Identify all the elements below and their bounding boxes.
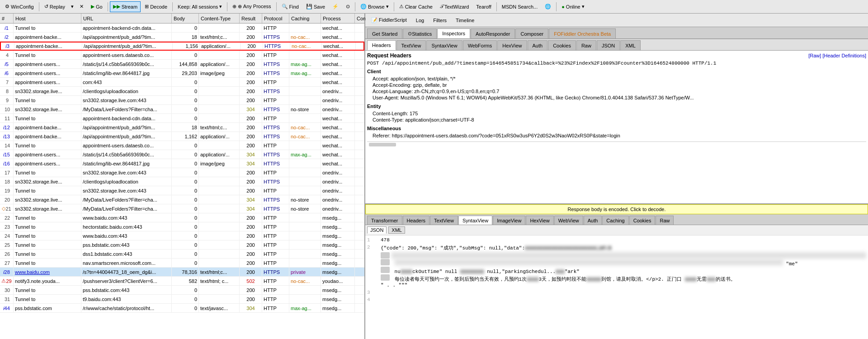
json-tab[interactable]: JSON [367, 226, 387, 234]
lightning-button[interactable]: ⚡ [329, 1, 342, 12]
xml-tab[interactable]: XML [388, 226, 405, 234]
col-header-url[interactable]: URL [81, 14, 172, 23]
session-row[interactable]: 20 sn3302.storage.live... /MyData/LiveFo… [0, 195, 364, 204]
session-row[interactable]: i 3 appointment-backe... /api/appointmen… [0, 42, 364, 51]
session-row[interactable]: i 15 appointment-users... /static/js/14.… [0, 150, 364, 159]
session-row[interactable]: 24 Tunnel to www.baidu.com:443 0 200 HTT… [0, 231, 364, 240]
session-row[interactable]: 4 Tunnel to appointment-users.dataesb.co… [0, 51, 364, 60]
replay-dropdown-button[interactable]: ▾ [69, 1, 75, 12]
col-header-result[interactable]: Result [240, 14, 262, 23]
tab-xml[interactable]: XML [620, 40, 641, 50]
msdn-search-button[interactable]: MSDN Search... [499, 1, 541, 12]
session-row[interactable]: 23 Tunnel to hectorstatic.baidu.com:443 … [0, 222, 364, 231]
session-row[interactable]: ◇ 21 sn3302.storage.live... /MyData/Live… [0, 204, 364, 213]
session-row[interactable]: i 1 Tunnel to appointment-backend-cdn.da… [0, 24, 364, 33]
online-button[interactable]: ● Online ▾ [558, 1, 587, 12]
tab-syntaxview[interactable]: SyntaxView [426, 40, 462, 50]
session-row[interactable]: 30 Tunnel to pss.bdstatic.com:443 0 200 … [0, 286, 364, 295]
tearoff-button[interactable]: Tearoff [473, 1, 494, 12]
session-row[interactable]: 17 Tunnel to sn3302.storage.live.com:443… [0, 168, 364, 177]
raw-header-def-links[interactable]: [Raw] [Header Definitions] [808, 53, 866, 58]
globe-button[interactable]: 🌐 [542, 1, 554, 12]
clear-cache-button[interactable]: ⚠ Clear Cache [396, 1, 436, 12]
go-button[interactable]: ▶ Go [88, 1, 106, 12]
response-tab-headers[interactable]: Headers [403, 216, 430, 225]
stream-button[interactable]: ▶▶ Stream [110, 1, 141, 12]
session-row[interactable]: i 2 appointment-backe... /api/appointmen… [0, 33, 364, 42]
response-tab-imageview[interactable]: ImageView [493, 216, 525, 225]
tab-autoresponder[interactable]: AutoResponder [471, 28, 515, 38]
col-header-body[interactable]: Body [172, 14, 199, 23]
header-scrollbar[interactable] [367, 141, 866, 147]
session-row[interactable]: 9 Tunnel to sn3302.storage.live.com:443 … [0, 96, 364, 105]
response-tab-textview[interactable]: TextView [430, 216, 458, 225]
filters-button[interactable]: Filters [429, 15, 451, 26]
response-tab-cookies[interactable]: Cookies [629, 216, 656, 225]
response-tab-raw[interactable]: Raw [656, 216, 674, 225]
session-row[interactable]: 14 Tunnel to appointment-users.dataesb.c… [0, 141, 364, 150]
col-header-host[interactable]: Host [14, 14, 81, 23]
response-tab-hexview[interactable]: HexView [526, 216, 553, 225]
session-row[interactable]: i 16 appointment-users... /static/img/li… [0, 159, 364, 168]
fiddlerscript-button[interactable]: 📝 FiddlerScript [367, 15, 411, 26]
winconfig-button[interactable]: ⚙ WinConfig [2, 1, 37, 12]
tab-textview[interactable]: TextView [396, 40, 426, 50]
decode-button[interactable]: ⊞ Decode [142, 1, 170, 12]
save-button[interactable]: 💾 Save [303, 1, 328, 12]
tab-fiddler-orchestra[interactable]: FO Fiddler Orchestra Beta [549, 28, 616, 38]
session-row[interactable]: 31 Tunnel to t9.baidu.com:443 0 200 HTTP… [0, 295, 364, 304]
response-tab-caching[interactable]: Caching [602, 216, 628, 225]
header-definitions-link[interactable]: Header Definitions [824, 53, 865, 58]
col-header-protocol[interactable]: Protocol [262, 14, 289, 23]
session-row[interactable]: i 44 pss.bdstatic.com /r/www/cache/stati… [0, 304, 364, 313]
session-row[interactable]: i 6 appointment-users... /static/img/lib… [0, 69, 364, 78]
browse-button[interactable]: 🌐 Browse ▾ [357, 1, 392, 12]
tab-json[interactable]: JSON [597, 40, 620, 50]
tab-get-started[interactable]: Get Started [367, 28, 402, 38]
session-row[interactable]: 25 Tunnel to pss.bdstatic.com:443 0 200 … [0, 240, 364, 250]
response-tab-webview[interactable]: WebView [554, 216, 583, 225]
session-row[interactable]: i 12 appointment-backe... /api/appointme… [0, 123, 364, 132]
find-button[interactable]: 🔍 Find [278, 1, 302, 12]
col-header-content-type[interactable]: Content-Type [199, 14, 240, 23]
session-row[interactable]: 26 Tunnel to dss1.bdstatic.com:443 0 200… [0, 250, 364, 259]
session-row[interactable]: 10 sn3302.storage.live... /MyData/LiveFo… [0, 105, 364, 114]
tab-cookies[interactable]: Cookies [548, 40, 576, 50]
response-tab-auth[interactable]: Auth [584, 216, 602, 225]
keep-sessions-button[interactable]: Keep: All sessions ▾ [175, 1, 225, 12]
replay-button[interactable]: ↺ Replay [41, 1, 68, 12]
session-row[interactable]: ⚠ 29 notify3.note.youda... /pushserver3/… [0, 277, 364, 286]
col-header-hash[interactable]: # [0, 14, 14, 23]
tab-headers[interactable]: Headers [367, 40, 396, 50]
session-row[interactable]: i 28 www.baidu.com /s?tn=44004473_18_oem… [0, 268, 364, 277]
remove-button[interactable]: ✕ [76, 1, 87, 12]
tab-composer[interactable]: Composer [515, 28, 548, 38]
response-tab-transformer[interactable]: Transformer [367, 216, 402, 225]
response-decode-notice[interactable]: Response body is encoded. Click to decod… [365, 204, 868, 214]
tab-raw[interactable]: Raw [576, 40, 596, 50]
tab-statistics[interactable]: ⊙ Statistics [403, 28, 437, 38]
session-row[interactable]: 19 Tunnel to sn3302.storage.live.com:443… [0, 186, 364, 195]
session-row[interactable]: 22 Tunnel to www.baidu.com:443 0 200 HTT… [0, 213, 364, 222]
session-row[interactable]: i 13 appointment-backe... /api/appointme… [0, 132, 364, 141]
session-row[interactable]: 18 sn3302.storage.live... /clientlogs/up… [0, 177, 364, 186]
timeline-button[interactable]: Timeline [452, 15, 478, 26]
circle-button[interactable]: ⊙ [343, 1, 353, 12]
session-protocol: HTTPS [262, 87, 289, 95]
tab-webforms[interactable]: WebForms [463, 40, 497, 50]
tab-auth[interactable]: Auth [528, 40, 548, 50]
session-row[interactable]: 7 appointment-users... com:443 0 200 HTT… [0, 78, 364, 87]
textwizard-button[interactable]: 𝒯 TextWizard [437, 1, 472, 12]
raw-link[interactable]: Raw [810, 53, 820, 58]
session-row[interactable]: 11 Tunnel to appointment-backend-cdn.dat… [0, 114, 364, 123]
tab-inspectors[interactable]: Inspectors [437, 28, 470, 38]
col-header-process[interactable]: Process [321, 14, 355, 23]
col-header-caching[interactable]: Caching [289, 14, 321, 23]
session-row[interactable]: 8 sn3302.storage.live... /clientlogs/upl… [0, 87, 364, 96]
response-tab-syntaxview[interactable]: SyntaxView [458, 216, 492, 225]
any-process-button[interactable]: ⊕ ⊕ Any Process [229, 1, 274, 12]
session-row[interactable]: 27 Tunnel to nav.smartscreen.microsoft.c… [0, 259, 364, 268]
session-row[interactable]: i 5 appointment-users... /static/js/14.c… [0, 60, 364, 69]
tab-hexview[interactable]: HexView [497, 40, 527, 50]
log-button[interactable]: Log [412, 15, 428, 26]
